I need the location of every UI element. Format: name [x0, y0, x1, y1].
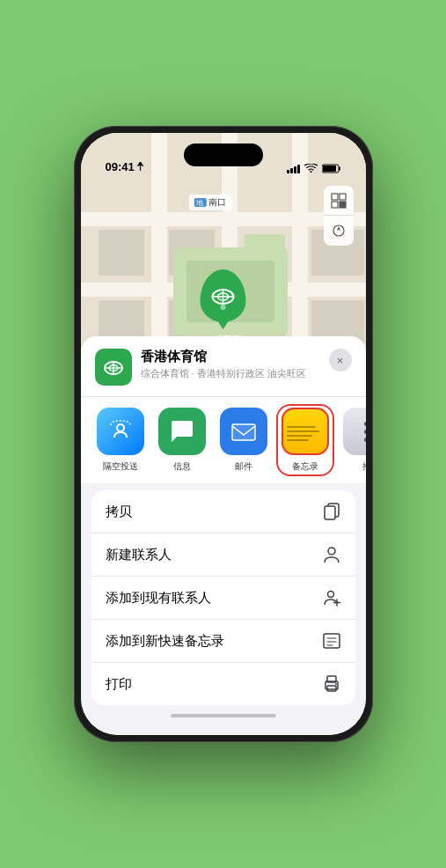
time-label: 09:41: [106, 160, 135, 173]
more-dots-icon: [364, 422, 366, 442]
message-label: 信息: [173, 460, 191, 473]
svg-rect-24: [340, 194, 346, 200]
mail-icon-wrap: [220, 408, 267, 455]
mail-icon: [230, 417, 258, 445]
map-label-text: 南口: [208, 196, 226, 209]
status-time: 09:41: [106, 160, 144, 173]
map-type-icon: [331, 193, 347, 209]
svg-rect-36: [325, 506, 335, 519]
share-mail[interactable]: 邮件: [218, 408, 269, 473]
close-button[interactable]: ×: [329, 349, 352, 371]
message-icon-wrap: [158, 408, 206, 455]
svg-point-38: [327, 592, 333, 598]
notes-label: 备忘录: [292, 460, 318, 473]
signal-icon: [287, 165, 300, 173]
svg-rect-25: [332, 202, 338, 208]
map-label-south-entrance: 地 南口: [188, 195, 231, 210]
svg-point-32: [117, 424, 124, 431]
home-indicator: [171, 714, 276, 717]
print-label: 打印: [106, 676, 132, 693]
marker-dot: [221, 305, 226, 310]
location-icon: [136, 162, 144, 172]
svg-rect-1: [323, 166, 336, 172]
location-button[interactable]: [324, 216, 354, 246]
svg-rect-23: [332, 194, 338, 200]
bottom-sheet: 香港体育馆 综合体育馆 · 香港特别行政区 油尖旺区 ×: [81, 336, 366, 735]
compass-icon: [332, 224, 346, 238]
more-icon-wrap: [343, 408, 366, 455]
svg-rect-47: [327, 686, 336, 691]
venue-info: 香港体育馆 综合体育馆 · 香港特别行政区 油尖旺区: [141, 349, 320, 380]
battery-icon: [322, 164, 341, 173]
copy-label: 拷贝: [106, 504, 132, 520]
venue-subtitle: 综合体育馆 · 香港特别行政区 油尖旺区: [141, 367, 320, 380]
action-print[interactable]: 打印: [91, 663, 355, 705]
note-icon: [322, 631, 341, 651]
marker-icon: [201, 269, 246, 322]
share-notes[interactable]: 备忘录: [280, 408, 331, 473]
venue-stadium-icon: [102, 356, 125, 379]
notes-icon-wrap: [281, 408, 329, 455]
add-contact-label: 添加到现有联系人: [106, 590, 211, 607]
action-quick-note[interactable]: 添加到新快速备忘录: [91, 620, 355, 663]
person-add-icon: [322, 588, 341, 607]
notes-lines-icon: [281, 419, 329, 445]
svg-rect-33: [232, 424, 255, 440]
airdrop-icon: [107, 418, 134, 445]
more-label: 推: [362, 460, 366, 473]
map-type-button[interactable]: [324, 186, 354, 216]
venue-name: 香港体育馆: [141, 349, 320, 365]
airdrop-label: 隔空投送: [103, 460, 138, 473]
quick-note-label: 添加到新快速备忘录: [106, 633, 224, 650]
svg-point-37: [328, 548, 335, 555]
svg-point-48: [335, 683, 337, 685]
share-row: 隔空投送 信息: [81, 397, 366, 490]
dynamic-island: [184, 143, 263, 166]
svg-rect-26: [340, 202, 346, 208]
airdrop-icon-wrap: [97, 408, 144, 455]
map-controls: [324, 186, 354, 246]
action-list: 拷贝 新建联系人 添加到现有联系人: [91, 490, 355, 705]
action-add-contact[interactable]: 添加到现有联系人: [91, 577, 355, 620]
wifi-icon: [304, 164, 318, 173]
action-copy[interactable]: 拷贝: [91, 490, 355, 533]
new-contact-label: 新建联系人: [106, 547, 172, 563]
map-label-icon: 地: [194, 198, 206, 207]
close-label: ×: [337, 354, 344, 367]
share-airdrop[interactable]: 隔空投送: [95, 408, 146, 473]
print-icon: [322, 674, 341, 694]
action-new-contact[interactable]: 新建联系人: [91, 533, 355, 577]
share-message[interactable]: 信息: [157, 408, 208, 473]
mail-label: 邮件: [235, 460, 252, 473]
phone-screen: 09:41: [81, 133, 366, 735]
person-icon: [322, 545, 341, 564]
phone-frame: 09:41: [74, 126, 373, 742]
svg-rect-9: [99, 230, 144, 276]
share-more[interactable]: 推: [341, 408, 366, 473]
status-icons: [287, 164, 341, 173]
venue-card: 香港体育馆 综合体育馆 · 香港特别行政区 油尖旺区 ×: [81, 336, 366, 397]
message-icon: [168, 417, 196, 445]
venue-icon: [95, 349, 132, 386]
copy-icon: [322, 502, 341, 521]
